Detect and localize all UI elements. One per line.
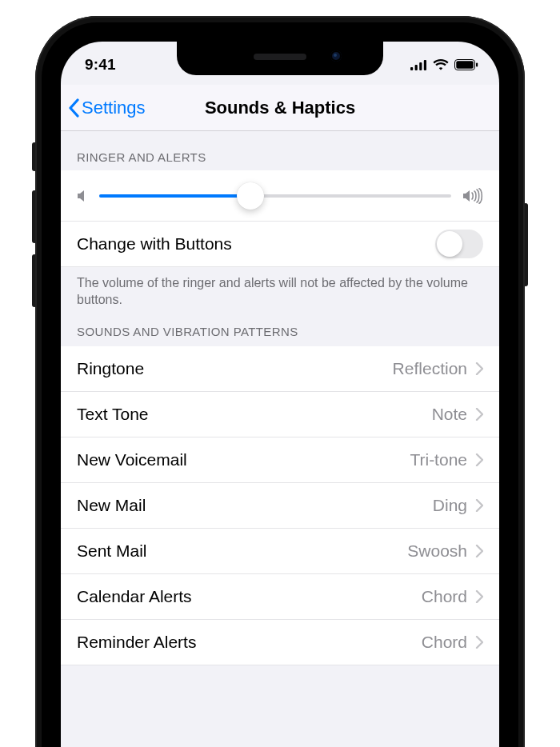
content: RINGER AND ALERTS bbox=[61, 131, 499, 747]
cell-label: New Mail bbox=[77, 496, 433, 515]
toggle-knob bbox=[437, 231, 462, 257]
cell-value: Chord bbox=[422, 633, 467, 652]
cell-value: Chord bbox=[422, 587, 467, 606]
chevron-right-icon bbox=[475, 636, 483, 649]
section-header-ringer: RINGER AND ALERTS bbox=[61, 131, 499, 170]
front-camera bbox=[330, 50, 342, 62]
chevron-right-icon bbox=[475, 408, 483, 421]
cell-value: Reflection bbox=[393, 359, 467, 378]
chevron-right-icon bbox=[475, 545, 483, 557]
back-button[interactable]: Settings bbox=[61, 98, 146, 118]
ringer-volume-slider-cell bbox=[61, 170, 499, 222]
cell-label: Reminder Alerts bbox=[77, 633, 422, 652]
svg-rect-1 bbox=[415, 65, 418, 70]
back-label: Settings bbox=[82, 98, 146, 118]
cell-label: New Voicemail bbox=[77, 450, 410, 469]
speaker-high-icon bbox=[462, 188, 483, 204]
cell-label: Calendar Alerts bbox=[77, 587, 422, 606]
text-tone-cell[interactable]: Text Tone Note bbox=[61, 392, 499, 437]
change-with-buttons-toggle[interactable] bbox=[435, 230, 483, 258]
reminder-alerts-cell[interactable]: Reminder Alerts Chord bbox=[61, 620, 499, 665]
earpiece-speaker bbox=[254, 54, 306, 60]
cell-value: Ding bbox=[433, 496, 467, 515]
chevron-right-icon bbox=[475, 362, 483, 375]
chevron-right-icon bbox=[475, 499, 483, 512]
notch bbox=[177, 42, 383, 75]
cell-label: Text Tone bbox=[77, 405, 432, 424]
wifi-icon bbox=[433, 59, 449, 70]
cellular-icon bbox=[410, 59, 427, 70]
new-mail-cell[interactable]: New Mail Ding bbox=[61, 483, 499, 529]
sent-mail-cell[interactable]: Sent Mail Swoosh bbox=[61, 529, 499, 574]
status-time: 9:41 bbox=[85, 56, 116, 74]
nav-bar: Settings Sounds & Haptics bbox=[61, 85, 499, 131]
chevron-right-icon bbox=[475, 453, 483, 466]
cell-value: Swoosh bbox=[407, 541, 467, 561]
ringer-footer-note: The volume of the ringer and alerts will… bbox=[61, 267, 499, 314]
chevron-left-icon bbox=[67, 98, 80, 118]
ringer-volume-slider[interactable] bbox=[99, 194, 451, 198]
change-with-buttons-cell: Change with Buttons bbox=[61, 222, 499, 267]
calendar-alerts-cell[interactable]: Calendar Alerts Chord bbox=[61, 574, 499, 620]
cell-label: Sent Mail bbox=[77, 541, 407, 561]
svg-rect-3 bbox=[424, 60, 426, 70]
cell-value: Tri-tone bbox=[410, 450, 467, 469]
chevron-right-icon bbox=[475, 590, 483, 603]
phone-frame: 9:41 bbox=[35, 16, 525, 747]
svg-rect-6 bbox=[476, 63, 478, 67]
svg-rect-0 bbox=[410, 67, 413, 70]
new-voicemail-cell[interactable]: New Voicemail Tri-tone bbox=[61, 437, 499, 483]
cell-label: Ringtone bbox=[77, 359, 393, 378]
cell-value: Note bbox=[432, 405, 467, 424]
change-with-buttons-label: Change with Buttons bbox=[77, 234, 435, 254]
ringtone-cell[interactable]: Ringtone Reflection bbox=[61, 346, 499, 392]
slider-thumb[interactable] bbox=[237, 182, 264, 210]
svg-rect-2 bbox=[419, 62, 422, 70]
section-header-patterns: SOUNDS AND VIBRATION PATTERNS bbox=[61, 314, 499, 346]
svg-rect-5 bbox=[456, 61, 473, 68]
battery-icon bbox=[454, 59, 478, 70]
speaker-low-icon bbox=[77, 189, 88, 203]
